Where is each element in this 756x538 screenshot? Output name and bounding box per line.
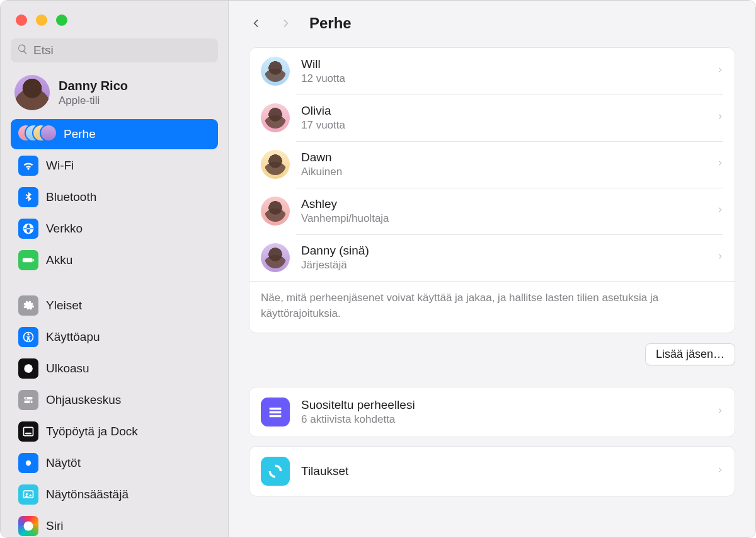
globe-icon [18, 219, 38, 239]
member-avatar [261, 243, 290, 272]
add-member-button[interactable]: Lisää jäsen… [645, 343, 735, 365]
chevron-right-icon [717, 112, 723, 124]
sidebar-item-label: Ohjauskeskus [46, 393, 121, 407]
search-input[interactable] [33, 43, 212, 57]
svg-point-1 [27, 333, 29, 335]
recommended-sub: 6 aktiivista kohdetta [301, 413, 706, 426]
dock-icon [18, 421, 38, 442]
chevron-right-icon [717, 251, 723, 264]
fullscreen-window-button[interactable] [56, 14, 67, 26]
sidebar-item-dock[interactable]: Työpöytä ja Dock [11, 416, 218, 447]
svg-rect-3 [24, 397, 32, 399]
sidebar-item-appearance[interactable]: Ulkoasu [11, 353, 218, 384]
page-title: Perhe [309, 14, 352, 32]
sidebar-item-family[interactable]: Perhe [11, 119, 218, 149]
sidebar-item-label: Wi-Fi [46, 159, 74, 173]
sidebar-list: Perhe Wi-FiBluetoothVerkkoAkku YleisetKä… [1, 119, 228, 538]
sidebar-item-label: Akku [46, 253, 72, 267]
family-member-row[interactable]: Danny (sinä)Järjestäjä [249, 234, 735, 281]
sidebar-item-globe[interactable]: Verkko [11, 214, 218, 244]
main-panel: Perhe Will12 vuottaOlivia17 vuottaDawnAi… [229, 1, 755, 537]
sidebar-account-row[interactable]: Danny Rico Apple-tili [1, 71, 228, 119]
sidebar-item-screensaver[interactable]: Näytönsäästäjä [11, 479, 218, 510]
family-member-row[interactable]: DawnAikuinen [249, 141, 735, 188]
sidebar-item-battery[interactable]: Akku [11, 245, 218, 275]
svg-point-6 [30, 401, 32, 403]
sidebar-item-label: Työpöytä ja Dock [46, 425, 138, 438]
wifi-icon [18, 156, 38, 176]
header: Perhe [229, 1, 755, 47]
svg-point-5 [25, 398, 27, 399]
sidebar-item-controlcenter[interactable]: Ohjauskeskus [11, 385, 218, 415]
gear-icon [18, 295, 38, 316]
chevron-right-icon [717, 205, 723, 217]
sidebar-item-displays[interactable]: Näytöt [11, 448, 218, 478]
member-name: Danny (sinä) [301, 244, 706, 258]
member-name: Olivia [301, 104, 706, 118]
member-role: Järjestäjä [301, 259, 706, 272]
sidebar-item-label: Näytöt [46, 456, 81, 470]
sidebar-item-siri[interactable]: Siri [11, 511, 218, 538]
sidebar-item-wifi[interactable]: Wi-Fi [11, 151, 218, 181]
appearance-icon [18, 358, 38, 379]
recommended-icon [261, 398, 290, 426]
family-member-row[interactable]: Olivia17 vuotta [249, 94, 735, 141]
member-name: Dawn [301, 151, 706, 164]
member-role: 12 vuotta [301, 72, 706, 85]
content-scroll: Will12 vuottaOlivia17 vuottaDawnAikuinen… [229, 47, 755, 537]
sidebar-item-label: Yleiset [46, 299, 82, 312]
sidebar-item-label: Siri [46, 519, 63, 533]
member-role: Aikuinen [301, 166, 706, 178]
sidebar-item-label: Perhe [64, 127, 96, 141]
account-name: Danny Rico [59, 79, 128, 93]
member-avatar [261, 150, 290, 179]
forward-button[interactable] [277, 14, 294, 32]
family-member-row[interactable]: AshleyVanhempi/huoltaja [249, 188, 735, 234]
window-controls [1, 1, 228, 38]
sidebar-item-label: Näytönsäästäjä [46, 488, 129, 501]
recommended-card[interactable]: Suositeltu perheellesi 6 aktiivista kohd… [249, 387, 735, 437]
member-avatar [261, 103, 290, 132]
search-field[interactable] [11, 38, 218, 62]
chevron-right-icon [717, 465, 723, 478]
account-avatar [14, 75, 50, 110]
account-subtitle: Apple-tili [59, 94, 128, 107]
screensaver-icon [18, 484, 38, 505]
member-avatar [261, 57, 290, 86]
chevron-right-icon [717, 65, 723, 77]
controlcenter-icon [18, 390, 38, 410]
accessibility-icon [18, 327, 38, 347]
sidebar-item-gear[interactable]: Yleiset [11, 290, 218, 321]
svg-rect-8 [25, 433, 32, 435]
family-member-row[interactable]: Will12 vuotta [249, 48, 735, 94]
svg-rect-7 [24, 427, 33, 435]
subscriptions-card[interactable]: Tilaukset [249, 446, 735, 496]
back-button[interactable] [248, 14, 265, 32]
search-icon [17, 43, 28, 57]
sidebar: Danny Rico Apple-tili Perhe Wi-FiBluetoo… [1, 1, 229, 537]
svg-rect-4 [24, 401, 32, 403]
battery-icon [18, 250, 38, 270]
svg-point-9 [26, 461, 31, 466]
sidebar-item-bluetooth[interactable]: Bluetooth [11, 182, 218, 212]
member-avatar [261, 197, 290, 226]
svg-point-12 [24, 522, 33, 531]
sidebar-item-label: Ulkoasu [46, 362, 89, 375]
family-avatars-icon [17, 124, 56, 144]
svg-point-11 [26, 493, 28, 495]
sidebar-item-label: Verkko [46, 222, 83, 236]
close-window-button[interactable] [16, 14, 27, 26]
subscriptions-icon [261, 457, 290, 486]
sidebar-item-accessibility[interactable]: Käyttöapu [11, 322, 218, 352]
members-footer-text: Näe, mitä perheenjäsenet voivat käyttää … [249, 281, 735, 333]
subscriptions-title: Tilaukset [301, 464, 706, 478]
member-role: 17 vuotta [301, 119, 706, 132]
sidebar-item-label: Käyttöapu [46, 330, 100, 344]
minimize-window-button[interactable] [36, 14, 47, 26]
siri-icon [18, 516, 38, 536]
displays-icon [18, 453, 38, 473]
member-role: Vanhempi/huoltaja [301, 212, 706, 225]
member-name: Ashley [301, 197, 706, 211]
recommended-title: Suositeltu perheellesi [301, 398, 706, 412]
sidebar-item-label: Bluetooth [46, 190, 96, 204]
